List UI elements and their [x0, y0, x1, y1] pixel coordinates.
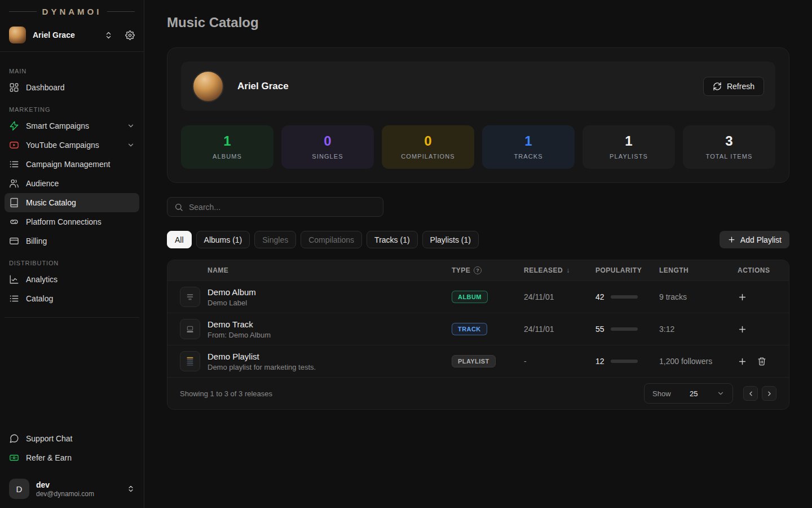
chat-icon — [9, 433, 19, 444]
book-icon — [9, 198, 19, 208]
sidebar-item-platform-connections[interactable]: Platform Connections — [5, 212, 139, 231]
sidebar-item-music-catalog[interactable]: Music Catalog — [5, 193, 139, 212]
refresh-button[interactable]: Refresh — [703, 77, 764, 96]
sidebar-item-campaign-management[interactable]: Campaign Management — [5, 155, 139, 174]
length-cell: 1,200 followers — [659, 357, 738, 366]
album-artwork — [180, 287, 200, 307]
chevron-down-icon[interactable] — [127, 141, 135, 149]
sidebar-item-label: Analytics — [26, 275, 58, 284]
col-header-released[interactable]: RELEASED↓ — [524, 266, 595, 274]
filter-compilations[interactable]: Compilations — [301, 231, 362, 248]
sidebar-item-audience[interactable]: Audience — [5, 174, 139, 193]
divider — [5, 317, 139, 318]
stat-label: TOTAL ITEMS — [706, 153, 753, 160]
table-row[interactable]: Demo Album Demo Label ALBUM 24/11/01 42 … — [167, 281, 789, 313]
item-subtitle: Demo Label — [208, 299, 452, 307]
filter-albums[interactable]: Albums (1) — [196, 231, 250, 248]
add-to-campaign-button[interactable] — [738, 357, 747, 366]
chart-icon — [9, 274, 19, 284]
sidebar-item-label: Music Catalog — [26, 198, 76, 207]
chevrons-up-down-icon[interactable] — [104, 31, 113, 40]
account-switcher[interactable]: D dev dev@dynamoi.com — [5, 475, 139, 502]
search-input[interactable] — [189, 203, 376, 212]
item-title: Demo Album — [208, 287, 452, 297]
filter-tracks[interactable]: Tracks (1) — [367, 231, 417, 248]
pagination — [743, 386, 776, 401]
page-size-select[interactable]: Show 25 — [644, 383, 733, 404]
workspace-avatar — [9, 27, 26, 43]
sort-desc-icon: ↓ — [566, 266, 570, 274]
sidebar-item-analytics[interactable]: Analytics — [5, 270, 139, 289]
chevron-down-icon[interactable] — [127, 122, 135, 130]
stat-tracks: 1 TRACKS — [482, 125, 575, 169]
popularity-value: 12 — [595, 357, 606, 366]
refresh-label: Refresh — [727, 82, 754, 91]
divider — [0, 51, 144, 52]
item-name-cell: Demo Playlist Demo playlist for marketin… — [208, 352, 452, 371]
stat-singles: 0 SINGLES — [281, 125, 374, 169]
popularity-bar — [611, 295, 638, 299]
link-icon — [9, 217, 19, 227]
stat-albums: 1 ALBUMS — [181, 125, 273, 169]
stat-playlists: 1 PLAYLISTS — [582, 125, 675, 169]
support-chat-link[interactable]: Support Chat — [5, 429, 139, 448]
sidebar-item-label: Platform Connections — [26, 217, 102, 226]
sidebar-item-label: Audience — [26, 179, 59, 188]
stat-label: COMPILATIONS — [401, 153, 455, 160]
type-badge: ALBUM — [452, 291, 488, 303]
logo-line — [107, 11, 135, 12]
item-subtitle: From: Demo Album — [208, 331, 452, 339]
stat-label: SINGLES — [312, 153, 343, 160]
item-name-cell: Demo Track From: Demo Album — [208, 319, 452, 339]
sidebar-item-billing[interactable]: Billing — [5, 231, 139, 251]
workspace-name: Ariel Grace — [33, 30, 104, 40]
artist-summary-card: Ariel Grace Refresh 1 ALBUMS 0 SINGLES 0… — [167, 47, 789, 183]
sidebar-item-label: Catalog — [26, 294, 53, 303]
refer-earn-link[interactable]: Refer & Earn — [5, 448, 139, 467]
table-row[interactable]: Demo Track From: Demo Album TRACK 24/11/… — [167, 313, 789, 345]
add-to-campaign-button[interactable] — [738, 325, 747, 334]
credit-card-icon — [9, 236, 19, 246]
section-title-marketing: MARKETING — [5, 102, 139, 116]
stat-label: TRACKS — [514, 153, 542, 160]
workspace-switcher[interactable]: Ariel Grace — [0, 21, 144, 51]
popularity-cell: 12 — [595, 357, 659, 366]
sidebar-item-catalog[interactable]: Catalog — [5, 289, 139, 308]
stat-value: 0 — [424, 134, 431, 148]
sidebar-item-label: Smart Campaigns — [26, 121, 89, 130]
sidebar-item-youtube-campaigns[interactable]: YouTube Campaigns — [5, 135, 139, 155]
popularity-value: 55 — [595, 325, 606, 334]
stat-value: 0 — [324, 134, 331, 148]
prev-page-button[interactable] — [743, 386, 758, 401]
item-title: Demo Playlist — [208, 352, 452, 361]
table-row[interactable]: Demo Playlist Demo playlist for marketin… — [167, 345, 789, 377]
help-icon[interactable]: ? — [474, 266, 482, 274]
length-cell: 9 tracks — [659, 292, 738, 301]
sidebar-item-label: YouTube Campaigns — [26, 141, 99, 150]
refresh-icon — [713, 82, 722, 91]
item-name-cell: Demo Album Demo Label — [208, 287, 452, 307]
sidebar-item-dashboard[interactable]: Dashboard — [5, 78, 139, 97]
artist-avatar — [192, 71, 224, 102]
gear-icon[interactable] — [125, 30, 135, 40]
filter-playlists[interactable]: Playlists (1) — [422, 231, 479, 248]
playlist-artwork — [180, 351, 200, 371]
stat-value: 1 — [223, 134, 231, 148]
sidebar-item-label: Dashboard — [26, 83, 65, 92]
page-title: Music Catalog — [167, 15, 789, 30]
add-to-campaign-button[interactable] — [738, 292, 747, 302]
sidebar-item-smart-campaigns[interactable]: Smart Campaigns — [5, 116, 139, 135]
filter-singles[interactable]: Singles — [254, 231, 296, 248]
account-avatar: D — [9, 479, 29, 499]
next-page-button[interactable] — [762, 386, 776, 401]
chevrons-up-down-icon[interactable] — [127, 485, 135, 493]
artist-name: Ariel Grace — [237, 81, 703, 92]
logo: DYNAMOI — [0, 0, 144, 21]
add-playlist-button[interactable]: Add Playlist — [720, 231, 789, 248]
stat-value: 3 — [725, 134, 732, 148]
item-title: Demo Track — [208, 319, 452, 329]
filter-all[interactable]: All — [167, 231, 192, 248]
support-chat-label: Support Chat — [26, 434, 73, 443]
delete-button[interactable] — [757, 357, 766, 366]
table-footer: Showing 1 to 3 of 3 releases Show 25 — [167, 377, 789, 409]
